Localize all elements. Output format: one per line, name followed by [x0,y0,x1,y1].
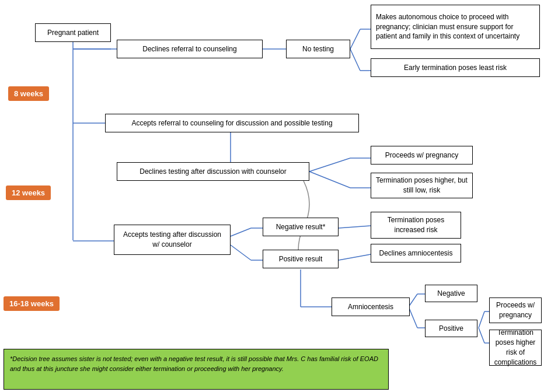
declines-amnio-node: Declines amniocentesis [371,244,461,262]
termination-low-node: Termination poses higher, but still low,… [371,173,473,198]
svg-line-28 [479,312,484,328]
svg-line-18 [231,245,251,260]
week-16-label: 16-18 weeks [4,296,60,311]
svg-line-16 [231,228,251,236]
svg-line-26 [409,307,417,328]
early-termination-node: Early termination poses least risk [371,58,540,77]
declines-testing-node: Declines testing after discussion with c… [117,162,309,181]
pregnant-patient-node: Pregnant patient [35,23,111,42]
negative-result-node: Negative result* [263,218,339,236]
diagram-container: 8 weeks 12 weeks 16-18 weeks Pregnant pa… [0,0,544,392]
autonomous-choice-node: Makes autonomous choice to proceed with … [371,5,540,49]
termination-higher-node: Termination poses higher risk of complic… [489,330,542,366]
declines-referral-node: Declines referral to counseling [117,40,263,58]
amniocentesis-node: Amniocentesis [332,298,410,316]
positive-result-node: Positive result [263,250,339,268]
svg-line-24 [409,294,417,307]
svg-line-20 [339,226,371,228]
footnote: *Decision tree assumes sister is not tes… [4,349,389,390]
no-testing-node: No testing [286,40,350,58]
negative-amnio-node: Negative [425,285,477,302]
accepts-testing-node: Accepts testing after discussion w/ coun… [114,225,231,255]
week-12-label: 12 weeks [6,186,51,200]
accepts-referral-node: Accepts referral to counseling for discu… [105,114,359,132]
week-8-label: 8 weeks [8,86,49,101]
proceeds-12-node: Proceeds w/ pregnancy [371,146,473,164]
svg-line-30 [479,328,484,343]
svg-line-4 [350,29,360,49]
svg-line-13 [309,172,350,188]
svg-line-21 [339,254,371,260]
svg-line-11 [309,158,350,172]
svg-line-6 [350,49,360,71]
proceeds-pregnancy-final-node: Proceeds w/ pregnancy [489,298,542,323]
termination-increased-node: Termination poses increased risk [371,212,461,239]
positive-amnio-node: Positive [425,320,477,337]
